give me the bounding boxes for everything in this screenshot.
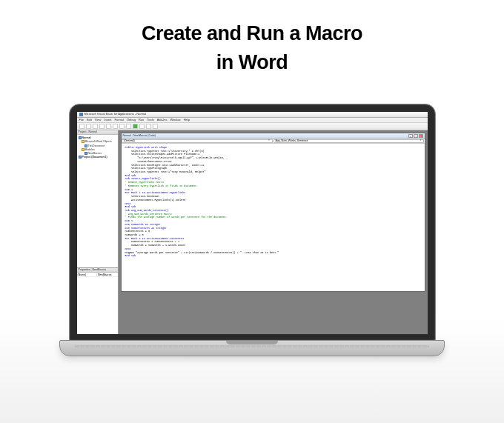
chevron-down-icon: ▼ xyxy=(420,139,422,142)
project-icon xyxy=(79,136,82,139)
toolbar-cut-icon[interactable] xyxy=(93,124,98,129)
maximize-icon[interactable]: □ xyxy=(414,134,418,138)
menu-window[interactable]: Window xyxy=(170,119,180,122)
toolbar-undo-icon[interactable] xyxy=(119,124,125,129)
laptop-mockup: Microsoft Visual Basic for Applications … xyxy=(59,104,445,356)
menu-run[interactable]: Run xyxy=(139,119,144,122)
vba-body: Project - Normal Normal Microsoft Word O… xyxy=(77,130,428,334)
properties-grid[interactable]: (Name) NewMacros xyxy=(77,273,118,334)
vba-toolbar xyxy=(77,123,428,130)
minimize-icon[interactable]: - xyxy=(408,134,413,138)
toolbar-redo-icon[interactable] xyxy=(126,124,131,129)
laptop-keyboard-hint xyxy=(75,345,429,347)
toolbar-run-icon[interactable] xyxy=(133,124,138,129)
menu-file[interactable]: File xyxy=(79,119,84,122)
toolbar-view-word-icon[interactable] xyxy=(79,124,84,129)
code-editor[interactable]: Public HyperLink With shape Selection.Ty… xyxy=(122,144,425,291)
code-window: Normal - NewMacros (Code) - □ × (General… xyxy=(121,133,425,292)
prop-name-row[interactable]: (Name) NewMacros xyxy=(77,273,118,277)
headline-line-1: Create and Run a Macro xyxy=(0,22,504,45)
laptop-bezel: Microsoft Visual Basic for Applications … xyxy=(69,104,436,341)
project-tree[interactable]: Normal Microsoft Word Objects ThisDocume… xyxy=(77,135,118,267)
procedure-dropdown-value: Avg_Num_Words_Sentence xyxy=(276,139,308,142)
tree-project2[interactable]: Project (Document1) xyxy=(79,156,116,159)
code-window-title-text: Normal - NewMacros (Code) xyxy=(123,134,156,137)
vba-titlebar: Microsoft Visual Basic for Applications … xyxy=(77,112,428,118)
toolbar-copy-icon[interactable] xyxy=(99,124,105,129)
doc-icon xyxy=(84,144,87,147)
menu-tools[interactable]: Tools xyxy=(147,119,153,122)
menu-debug[interactable]: Debug xyxy=(127,119,136,122)
menu-help[interactable]: Help xyxy=(184,119,190,122)
laptop-base xyxy=(59,340,445,356)
project-icon xyxy=(79,156,82,159)
toolbar-paste-icon[interactable] xyxy=(106,124,111,129)
toolbar-reset-icon[interactable] xyxy=(146,124,151,129)
toolbar-find-icon[interactable] xyxy=(113,124,118,129)
headline-line-2: in Word xyxy=(0,51,504,74)
code-window-buttons: - □ × xyxy=(408,134,423,138)
menu-edit[interactable]: Edit xyxy=(87,119,92,122)
code-object-proc-bar: (General) ▼ Avg_Num_Words_Sentence ▼ xyxy=(122,139,425,144)
vba-app-icon xyxy=(79,113,83,116)
vba-title-text: Microsoft Visual Basic for Applications … xyxy=(84,113,147,116)
code-window-titlebar: Normal - NewMacros (Code) - □ × xyxy=(122,133,425,139)
folder-icon xyxy=(82,140,84,143)
laptop-hinge-notch xyxy=(226,341,278,344)
module-icon xyxy=(84,152,87,155)
prop-name-value[interactable]: NewMacros xyxy=(97,273,112,276)
procedure-dropdown[interactable]: Avg_Num_Words_Sentence ▼ xyxy=(273,139,425,143)
vba-sidebar: Project - Normal Normal Microsoft Word O… xyxy=(77,130,119,334)
object-dropdown-value: (General) xyxy=(124,139,135,142)
close-icon[interactable]: × xyxy=(419,134,423,138)
menu-addins[interactable]: Add-Ins xyxy=(157,119,168,122)
chevron-down-icon: ▼ xyxy=(268,139,271,142)
toolbar-save-icon[interactable] xyxy=(86,124,91,129)
toolbar-design-icon[interactable] xyxy=(153,124,158,129)
menu-format[interactable]: Format xyxy=(114,119,124,122)
toolbar-break-icon[interactable] xyxy=(139,124,145,129)
vba-mdi-area: Normal - NewMacros (Code) - □ × (General… xyxy=(119,130,428,334)
folder-icon xyxy=(82,148,84,151)
vba-window: Microsoft Visual Basic for Applications … xyxy=(77,112,428,334)
prop-name-key: (Name) xyxy=(77,273,98,276)
object-dropdown[interactable]: (General) ▼ xyxy=(122,139,273,143)
properties-panel: Properties - NewMacros (Name) NewMacros xyxy=(77,267,118,334)
vba-menubar[interactable]: File Edit View Insert Format Debug Run T… xyxy=(77,118,428,123)
menu-insert[interactable]: Insert xyxy=(104,119,111,122)
menu-view[interactable]: View xyxy=(95,119,102,122)
